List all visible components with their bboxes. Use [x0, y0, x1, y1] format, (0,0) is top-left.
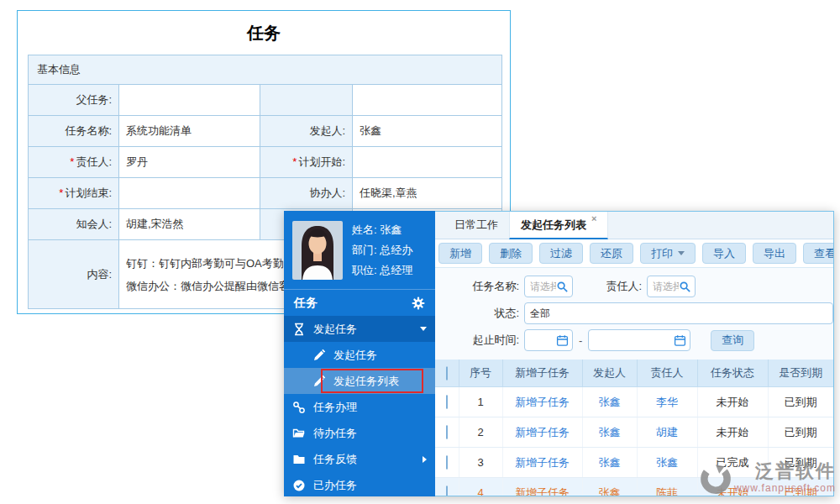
column-seq: 序号: [459, 360, 502, 387]
print-button[interactable]: 打印: [640, 243, 696, 264]
chevron-down-icon: [420, 327, 427, 331]
seq-cell: 4: [459, 478, 502, 496]
select-all-cell: [435, 360, 459, 387]
main-panel: 日常工作 发起任务列表 × 新增 删除 过滤 还原 打印 导入 导出 查看日志: [435, 211, 834, 496]
field-label-parent-task: 父任务:: [29, 85, 119, 116]
module-title: 任务: [294, 296, 318, 311]
fanpu-logo-icon: [698, 460, 733, 499]
close-icon[interactable]: ×: [591, 214, 596, 223]
calendar-icon[interactable]: [674, 334, 686, 347]
field-value-task-name: 系统功能清单: [119, 116, 260, 147]
filter-row-3: 起止时间: - 查询: [435, 328, 833, 353]
column-due: 是否到期: [768, 360, 833, 387]
import-button[interactable]: 导入: [702, 243, 746, 264]
tab-daily-work[interactable]: 日常工作: [444, 212, 509, 239]
start-date-picker[interactable]: [524, 329, 573, 351]
sidebar-item-task-handling[interactable]: 任务办理: [284, 394, 435, 420]
row-checkbox[interactable]: [446, 425, 448, 439]
profile-name: 姓名: 张鑫: [352, 220, 412, 240]
select-all-checkbox[interactable]: [446, 366, 448, 381]
field-value-parent-task: [119, 85, 260, 116]
sidebar-item-label: 已办任务: [313, 478, 357, 493]
field-value-plan-end: [119, 178, 260, 209]
row-checkbox[interactable]: [446, 486, 448, 496]
sidebar-item-todo-tasks[interactable]: 待办任务: [284, 420, 435, 446]
sidebar-item-done-tasks[interactable]: 已办任务: [284, 472, 435, 496]
sidebar-item-label: 待办任务: [313, 426, 357, 441]
calendar-icon[interactable]: [556, 334, 569, 347]
view-log-button[interactable]: 查看日志: [803, 243, 834, 264]
status-input[interactable]: [530, 307, 829, 319]
search-icon[interactable]: [679, 281, 691, 293]
export-button[interactable]: 导出: [753, 243, 796, 264]
end-date-picker[interactable]: [588, 329, 690, 351]
owner-picker[interactable]: [647, 276, 696, 297]
seq-cell: 1: [459, 387, 502, 417]
restore-button[interactable]: 还原: [590, 243, 633, 264]
sidebar-item-initiate-task[interactable]: 发起任务: [284, 316, 435, 342]
tab-initiated-task-list[interactable]: 发起任务列表 ×: [509, 212, 608, 239]
sidebar-item-initiate-task-form[interactable]: 发起任务: [284, 342, 435, 368]
search-button[interactable]: 查询: [711, 330, 754, 351]
sidebar: 姓名: 张鑫 部门: 总经办 职位: 总经理 任务: [284, 211, 435, 496]
owner-link[interactable]: 陈菲: [656, 486, 678, 496]
add-subtask-link[interactable]: 新增子任务: [515, 396, 570, 408]
search-icon[interactable]: [556, 281, 569, 293]
watermark: 泛普软件 www.fanpusoft.com: [698, 460, 836, 499]
filter-row-1: 任务名称: 责任人:: [435, 274, 833, 299]
screen: 任务 基本信息 父任务: 任务名称: 系统功能清单 发起人: 张鑫 *责任人: …: [0, 0, 840, 504]
task-list-window: 姓名: 张鑫 部门: 总经办 职位: 总经理 任务: [284, 211, 834, 496]
table-row[interactable]: 2 新增子任务 张鑫 胡建 未开始 已到期: [435, 417, 833, 448]
gear-icon[interactable]: [412, 297, 425, 310]
pencil-icon: [312, 349, 326, 362]
column-status: 任务状态: [697, 360, 768, 387]
initiator-link[interactable]: 张鑫: [599, 426, 621, 438]
sidebar-item-initiated-task-list[interactable]: 发起任务列表: [284, 368, 435, 394]
watermark-url: www.fanpusoft.com: [734, 482, 836, 494]
filter-button[interactable]: 过滤: [539, 243, 583, 264]
owner-link[interactable]: 胡建: [656, 426, 678, 438]
annotation-highlight-box: [321, 369, 423, 393]
chevron-down-icon: [678, 251, 685, 255]
required-mark: *: [292, 155, 297, 168]
add-subtask-link[interactable]: 新增子任务: [515, 486, 570, 496]
user-profile: 姓名: 张鑫 部门: 总经办 职位: 总经理: [284, 211, 435, 289]
field-value-assistant: 任晓渠,章燕: [353, 178, 502, 209]
field-label-assistant: 协办人:: [260, 178, 353, 209]
profile-dept: 部门: 总经办: [352, 240, 412, 260]
add-subtask-link[interactable]: 新增子任务: [515, 426, 570, 438]
owner-link[interactable]: 张鑫: [656, 456, 678, 469]
table-row[interactable]: 1 新增子任务 张鑫 李华 未开始 已到期: [435, 387, 833, 417]
profile-title: 职位: 总经理: [352, 260, 412, 281]
profile-info: 姓名: 张鑫 部门: 总经办 职位: 总经理: [352, 220, 412, 281]
task-name-input[interactable]: [530, 281, 556, 292]
due-cell: 已到期: [768, 417, 833, 448]
owner-label: 责任人:: [598, 279, 642, 294]
add-subtask-link[interactable]: 新增子任务: [515, 456, 570, 469]
end-date-input[interactable]: [594, 334, 674, 346]
field-value-owner: 罗丹: [119, 147, 260, 178]
status-select[interactable]: [524, 302, 833, 324]
initiator-link[interactable]: 张鑫: [599, 486, 621, 496]
initiator-link[interactable]: 张鑫: [599, 396, 621, 408]
start-date-input[interactable]: [530, 334, 556, 346]
owner-link[interactable]: 李华: [656, 396, 678, 408]
sidebar-item-task-feedback[interactable]: 任务反馈: [284, 446, 435, 472]
row-checkbox[interactable]: [446, 395, 448, 409]
column-initiator: 发起人: [582, 360, 637, 387]
field-value-empty: [353, 85, 502, 116]
module-header: 任务: [284, 289, 435, 316]
initiator-link[interactable]: 张鑫: [599, 456, 621, 469]
owner-input[interactable]: [653, 281, 679, 292]
field-label-initiator: 发起人:: [260, 116, 353, 147]
range-separator: -: [579, 334, 582, 347]
row-checkbox[interactable]: [446, 455, 448, 470]
seq-cell: 2: [459, 417, 502, 448]
task-name-picker[interactable]: [524, 276, 573, 297]
delete-button[interactable]: 删除: [489, 243, 533, 264]
add-button[interactable]: 新增: [438, 243, 482, 264]
link-icon: [292, 401, 306, 414]
status-cell: 未开始: [697, 387, 768, 417]
status-label: 状态:: [454, 306, 519, 321]
form-title: 任务: [18, 11, 510, 55]
